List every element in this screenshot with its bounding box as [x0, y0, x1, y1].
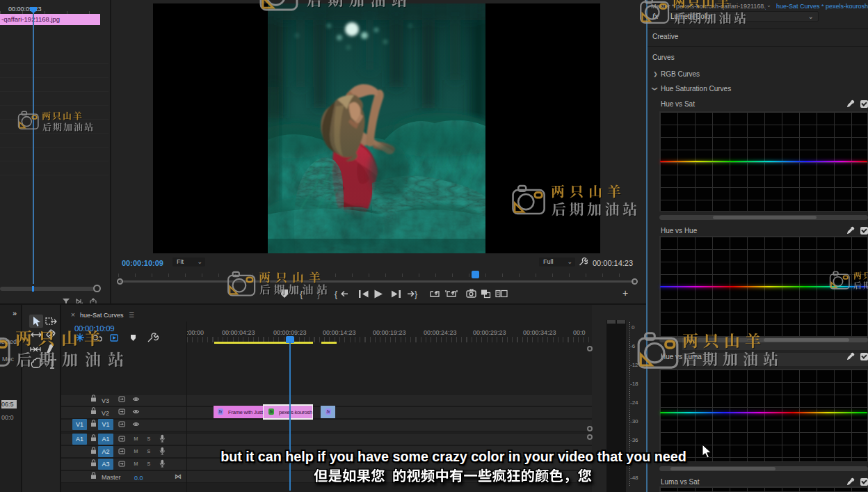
svg-text:{: {	[335, 289, 337, 299]
svg-text:S: S	[147, 436, 151, 441]
svg-text:M: M	[134, 436, 138, 441]
svg-text:}: }	[415, 289, 417, 299]
